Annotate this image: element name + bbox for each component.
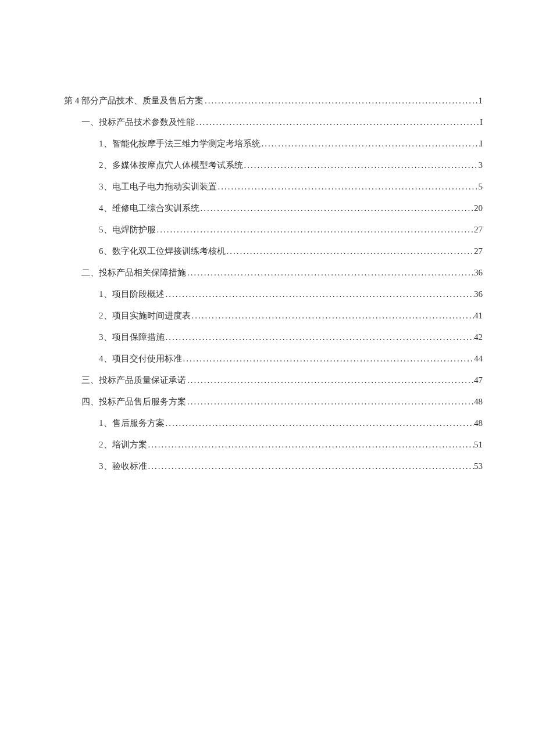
toc-entry-page: 27 [474,243,483,259]
toc-entry: 第 4 部分产品技术、质量及售后方案1 [64,93,483,109]
toc-leader-dots [261,136,480,152]
toc-entry-page: 48 [474,394,483,410]
toc-entry: 4、维修电工综合实训系统 20 [64,200,483,216]
toc-leader-dots [147,437,475,453]
toc-entry-page: 42 [474,329,483,345]
toc-entry-label: 3、电工电子电力拖动实训装置 [99,179,217,195]
toc-entry-label: 2、培训方案 [99,437,147,453]
table-of-contents: 第 4 部分产品技术、质量及售后方案1一、投标产品技术参数及性能I1、智能化按摩… [64,93,483,474]
toc-leader-dots [195,114,480,130]
toc-entry-page: 47 [474,372,483,388]
toc-leader-dots [186,265,474,281]
toc-entry: 三、投标产品质量保证承诺47 [64,372,483,388]
toc-entry-label: 4、维修电工综合实训系统 [99,200,199,216]
toc-entry: 1、项目阶段概述 36 [64,286,483,302]
toc-entry-page: 51 [474,437,483,453]
toc-entry-label: 3、项目保障措施 [99,329,165,345]
toc-leader-dots [186,394,474,410]
toc-entry: 一、投标产品技术参数及性能I [64,114,483,130]
toc-entry: 1、售后服务方案 48 [64,415,483,431]
toc-leader-dots [165,329,475,345]
toc-entry-label: 2、多媒体按摩点穴人体模型考试系统 [99,157,243,173]
toc-entry-page: 44 [474,351,483,367]
toc-entry-label: 1、售后服务方案 [99,415,165,431]
toc-entry-page: 5 [479,179,483,195]
toc-entry-page: 27 [474,222,483,238]
toc-entry-label: 二、投标产品相关保障措施 [81,265,186,281]
toc-entry-label: 3、验收标准 [99,458,147,474]
toc-leader-dots [165,415,475,431]
toc-leader-dots [204,93,479,109]
toc-leader-dots [165,286,475,302]
toc-leader-dots [191,308,475,324]
toc-entry-page: I [480,136,483,152]
toc-entry: 3、电工电子电力拖动实训装置 5 [64,179,483,195]
toc-entry-page: 1 [479,93,483,109]
toc-leader-dots [217,179,479,195]
toc-leader-dots [156,222,475,238]
toc-leader-dots [199,200,475,216]
toc-entry-page: I [480,114,483,130]
toc-leader-dots [226,243,475,259]
toc-entry: 3、项目保障措施 42 [64,329,483,345]
toc-entry-label: 4、项目交付使用标准 [99,351,182,367]
toc-entry: 2、多媒体按摩点穴人体模型考试系统 3 [64,157,483,173]
toc-entry-page: 3 [479,157,483,173]
toc-leader-dots [147,458,475,474]
toc-entry-page: 36 [474,286,483,302]
toc-entry-label: 1、智能化按摩手法三维力学测定考培系统 [99,136,261,152]
toc-entry: 2、项目实施时间进度表 41 [64,308,483,324]
toc-entry-label: 三、投标产品质量保证承诺 [81,372,186,388]
toc-entry: 二、投标产品相关保障措施36 [64,265,483,281]
toc-entry-label: 1、项目阶段概述 [99,286,165,302]
toc-leader-dots [182,351,475,367]
toc-entry-label: 6、数字化双工位焊接训练考核机 [99,243,226,259]
toc-entry: 2、培训方案 51 [64,437,483,453]
toc-entry: 1、智能化按摩手法三维力学测定考培系统 I [64,136,483,152]
toc-entry-page: 20 [474,200,483,216]
toc-leader-dots [243,157,479,173]
toc-entry-label: 2、项目实施时间进度表 [99,308,191,324]
toc-entry: 4、项目交付使用标准 44 [64,351,483,367]
toc-entry: 四、投标产品售后服务方案48 [64,394,483,410]
toc-entry-label: 四、投标产品售后服务方案 [81,394,186,410]
toc-entry: 6、数字化双工位焊接训练考核机 27 [64,243,483,259]
toc-entry-page: 41 [474,308,483,324]
toc-entry-page: 48 [474,415,483,431]
toc-entry: 5、电焊防护服 27 [64,222,483,238]
toc-entry-page: 53 [474,458,483,474]
toc-entry: 3、验收标准 53 [64,458,483,474]
toc-entry-page: 36 [474,265,483,281]
toc-entry-label: 第 4 部分产品技术、质量及售后方案 [64,93,204,109]
toc-entry-label: 一、投标产品技术参数及性能 [81,114,195,130]
toc-leader-dots [186,372,474,388]
toc-entry-label: 5、电焊防护服 [99,222,156,238]
